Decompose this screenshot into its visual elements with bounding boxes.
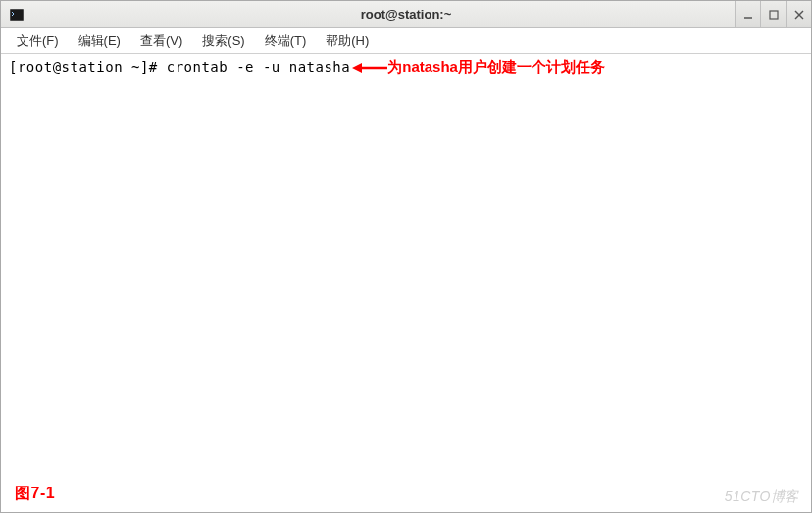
titlebar: root@station:~ (1, 1, 811, 28)
window-controls (735, 1, 811, 27)
terminal-icon (9, 7, 25, 23)
menu-terminal[interactable]: 终端(T) (255, 29, 317, 53)
annotation-text: 为natasha用户创建一个计划任务 (387, 58, 605, 75)
window-title: root@station:~ (361, 7, 451, 22)
close-button[interactable] (786, 1, 811, 27)
menu-search[interactable]: 搜索(S) (192, 29, 254, 53)
watermark: 51CTO博客 (725, 488, 799, 506)
annotation-arrow-icon (352, 61, 387, 75)
maximize-button[interactable] (760, 1, 786, 27)
minimize-button[interactable] (735, 1, 760, 27)
figure-label: 图7-1 (15, 484, 55, 504)
menu-help[interactable]: 帮助(H) (316, 29, 379, 53)
terminal-prompt: [root@station ~]# (9, 59, 167, 75)
svg-marker-7 (352, 63, 362, 73)
menu-view[interactable]: 查看(V) (130, 29, 192, 53)
terminal-command: crontab -e -u natasha (167, 59, 351, 75)
menu-edit[interactable]: 编辑(E) (69, 29, 130, 53)
svg-rect-3 (770, 11, 778, 19)
terminal-area[interactable]: [root@station ~]# crontab -e -u natasha … (1, 54, 811, 512)
menu-file[interactable]: 文件(F) (7, 29, 69, 53)
menubar: 文件(F) 编辑(E) 查看(V) 搜索(S) 终端(T) 帮助(H) (1, 28, 811, 54)
